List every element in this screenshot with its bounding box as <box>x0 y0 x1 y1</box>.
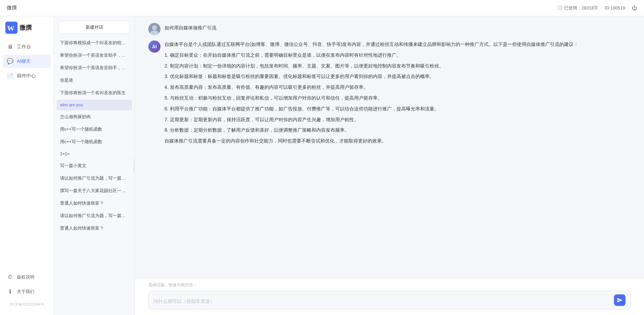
sidebar-item-copyright-label: 版权说明 <box>17 274 34 280</box>
ai-avatar: AI <box>148 41 160 53</box>
svg-text:W: W <box>7 24 14 32</box>
user-id: ID:100519 <box>605 5 625 10</box>
ai-para-3: 3. 优化标题和标签：标题和标签是吸引粉丝的重要因素。优化标题和标签可以让更多的… <box>165 73 631 81</box>
user-message-text: 如何用自媒体做推广引流 <box>165 23 216 31</box>
ai-para-2: 2. 制定内容计划：制定一份详细的内容计划，包括发布时间、频率、主题、文案、图片… <box>165 62 631 70</box>
list-item[interactable]: 下面你将模拟成一个叫圣友的程序员，我说... <box>57 37 132 49</box>
list-item[interactable]: 希望你扮演一个英语发音助手，我提供给你... <box>57 62 132 74</box>
list-item[interactable]: 普通人如何快速致富？ <box>57 222 132 234</box>
topbar: 微撰 ⓘ 已使用：28318字 ID:100519 ⏻ <box>0 0 644 16</box>
ai-message-text: 自媒体平台是个人或团队通过互联网平台(如博客、微博、微信公众号、抖音、快手等)发… <box>165 41 631 148</box>
sidebar-item-workbench-label: 工作台 <box>17 44 31 50</box>
sidebar-item-drafts-label: 稿件中心 <box>17 73 36 79</box>
about-icon: ℹ <box>7 288 13 295</box>
send-icon <box>617 297 623 303</box>
usage-label: 已使用：28318字 <box>564 5 598 11</box>
ai-para-5: 5. 与粉丝互动：积极与粉丝互动，回复评论和私信，可以增加用户对你的认可和信任，… <box>165 94 631 102</box>
collapse-button[interactable]: ◀ <box>133 159 135 173</box>
chat-input[interactable] <box>153 298 611 306</box>
list-item[interactable]: 写一篇小黄文 <box>57 160 132 172</box>
sidebar-item-ai-chat-label: AI聊天 <box>17 58 31 64</box>
input-box <box>148 291 631 310</box>
usage-info: ⓘ 已使用：28318字 <box>558 5 598 11</box>
svg-point-3 <box>152 25 157 30</box>
sidebar-item-about[interactable]: ℹ 关于我们 <box>3 285 51 298</box>
sidebar-item-about-label: 关于我们 <box>17 289 34 295</box>
icp-text: 京ICP备2022019348号 <box>0 301 54 310</box>
copyright-icon: © <box>7 274 13 280</box>
ai-para-4: 4. 发布高质量内容：发布高质量、有价值、有趣的内容可以吸引更多的粉丝，并提高用… <box>165 83 631 91</box>
sidebar-item-workbench[interactable]: 🖥 工作台 <box>3 41 51 53</box>
list-item[interactable]: 请以如何推广引流为题，写一篇大纲 <box>57 210 132 222</box>
list-item[interactable]: 怎么做狗屎炒肉 <box>57 111 132 123</box>
list-item[interactable]: 请以如何推广引流为题，写一篇大纲 <box>57 173 132 184</box>
list-item[interactable]: 用c++写一个随机函数 <box>57 136 132 148</box>
page-title: 微撰 <box>7 5 17 11</box>
list-item[interactable]: 下面你将扮演一个名叫圣友的医生 <box>57 87 132 99</box>
list-item[interactable]: 普通人如何快速致富？ <box>57 198 132 209</box>
ai-para-9: 自媒体推广引流需要具备一定的内容创作和社交能力，同时也需要不断尝试和优化，才能取… <box>165 137 631 145</box>
list-item[interactable]: 1+1= <box>57 149 132 159</box>
list-item[interactable]: 用c++写一个随机函数 <box>57 124 132 135</box>
new-chat-button[interactable]: 新建对话 <box>59 21 130 34</box>
drafts-icon: 📄 <box>7 73 13 79</box>
ai-message: AI 自媒体平台是个人或团队通过互联网平台(如博客、微博、微信公众号、抖音、快手… <box>148 41 631 148</box>
chat-messages: 如何用自媒体做推广引流 AI 自媒体平台是个人或团队通过互联网平台(如博客、微博… <box>135 16 644 278</box>
sidebar-item-drafts[interactable]: 📄 稿件中心 <box>3 69 51 82</box>
chat-panel: 如何用自媒体做推广引流 AI 自媒体平台是个人或团队通过互联网平台(如博客、微博… <box>135 16 644 315</box>
power-icon[interactable]: ⏻ <box>632 5 637 11</box>
logo-icon: W <box>5 22 18 34</box>
user-avatar <box>148 23 160 35</box>
quick-topics-label: 选择话题，快速与我对话： <box>148 282 631 288</box>
ai-para-7: 7. 定期更新：定期更新内容，保持活跃度，可以让用户对你的内容产生兴趣，增加用户… <box>165 116 631 124</box>
list-item[interactable]: 希望你扮演一个英语发音助手，我提供给你... <box>57 50 132 61</box>
main-layout: W 微撰 🖥 工作台 💬 AI聊天 📄 稿件中心 © 版权说明 <box>0 16 644 315</box>
ai-para-6: 6. 利用平台推广功能：自媒体平台都提供了推广功能，如广告投放、付费推广等，可以… <box>165 105 631 113</box>
list-item[interactable]: 你是谁 <box>57 75 132 86</box>
list-item[interactable]: 撰写一篇关于八大家花园社区一刻钟便民生... <box>57 185 132 197</box>
ai-para-1: 1. 确定目标受众：在开始自媒体推广引流之前，需要明确目标受众是谁，以便在发布内… <box>165 51 631 59</box>
sidebar-item-ai-chat[interactable]: 💬 AI聊天 <box>3 55 51 68</box>
left-sidebar: W 微撰 🖥 工作台 💬 AI聊天 📄 稿件中心 © 版权说明 <box>0 16 54 315</box>
topbar-right: ⓘ 已使用：28318字 ID:100519 ⏻ <box>558 5 637 11</box>
nav-bottom: © 版权说明 ℹ 关于我们 <box>0 268 54 301</box>
logo-text: 微撰 <box>20 24 32 32</box>
chat-input-area: 选择话题，快速与我对话： <box>135 278 644 315</box>
send-button[interactable] <box>614 294 625 306</box>
logo-area: W 微撰 <box>0 22 54 41</box>
nav-items: 🖥 工作台 💬 AI聊天 📄 稿件中心 <box>0 41 54 268</box>
usage-icon: ⓘ <box>558 5 562 11</box>
history-list: 下面你将模拟成一个叫圣友的程序员，我说... 希望你扮演一个英语发音助手，我提供… <box>54 37 135 315</box>
chat-icon: 💬 <box>7 58 13 64</box>
ai-para-0: 自媒体平台是个人或团队通过互联网平台(如博客、微博、微信公众号、抖音、快手等)发… <box>165 41 631 49</box>
chat-history-panel: 新建对话 下面你将模拟成一个叫圣友的程序员，我说... 希望你扮演一个英语发音助… <box>54 16 135 315</box>
user-message: 如何用自媒体做推广引流 <box>148 23 631 35</box>
workbench-icon: 🖥 <box>7 44 13 50</box>
sidebar-item-copyright[interactable]: © 版权说明 <box>3 271 51 284</box>
list-item[interactable]: who are you <box>57 100 132 110</box>
ai-para-8: 8. 分析数据：定期分析数据，了解用户反馈和喜好，以便调整推广策略和内容发布频率… <box>165 126 631 134</box>
